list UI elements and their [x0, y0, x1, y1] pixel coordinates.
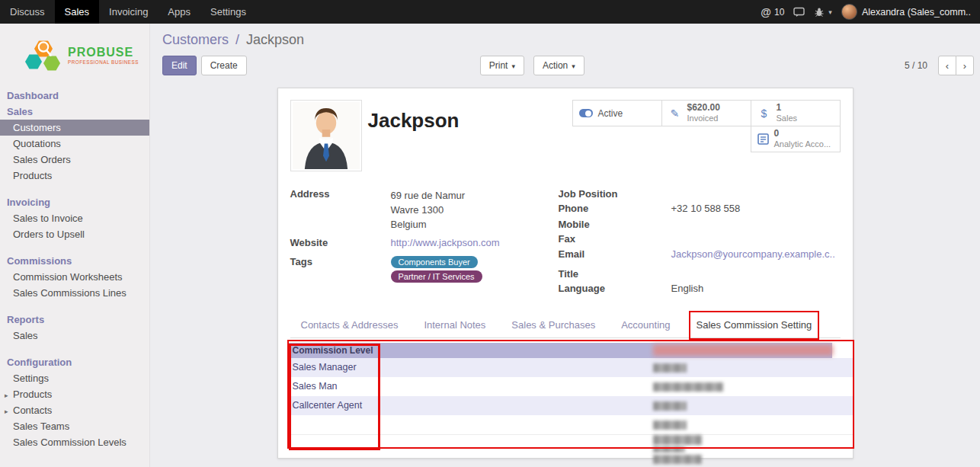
menu-settings[interactable]: Settings [200, 0, 256, 24]
analytic-accounts-icon [757, 133, 769, 145]
menu-invoicing[interactable]: Invoicing [99, 0, 158, 24]
sidebar-heading-commissions[interactable]: Commissions [0, 253, 149, 269]
pager-previous-button[interactable]: ‹ [938, 56, 956, 75]
action-label: Action [543, 60, 568, 71]
title-label: Title [559, 268, 671, 281]
website-label: Website [290, 237, 391, 250]
stat-value: Active [598, 108, 623, 119]
activity-menu[interactable]: @ 10 [761, 6, 784, 18]
breadcrumb: Customers / Jackpson [162, 32, 974, 48]
stat-label: Sales [777, 114, 798, 123]
logo-subtitle: PROFESSIONAL BUSINESS [68, 59, 139, 65]
sidebar-item-products-config[interactable]: ▸ Products [0, 386, 149, 402]
commission-table: Commission Level Sales Manager Sales Man… [289, 343, 853, 456]
table-row-empty [289, 415, 853, 434]
partner-photo [290, 100, 362, 171]
sidebar-heading-configuration[interactable]: Configuration [0, 354, 149, 370]
address-value: 69 rue de Namur Wavre 1300 Belgium [391, 188, 559, 232]
notebook-tabs: Contacts & Addresses Internal Notes Sale… [290, 315, 841, 338]
address-line: Wavre 1300 [391, 203, 559, 217]
redacted-block [653, 455, 702, 464]
expand-arrow-icon: ▸ [5, 390, 8, 401]
redacted-block [653, 446, 685, 453]
messages-icon[interactable] [793, 7, 805, 18]
pager: 5 / 10 ‹ › [905, 56, 974, 75]
sidebar-heading-reports[interactable]: Reports [0, 312, 149, 328]
create-button[interactable]: Create [201, 56, 247, 75]
tag-components-buyer: Components Buyer [391, 256, 478, 268]
website-link[interactable]: http://www.jackpson.com [391, 237, 500, 248]
debug-icon[interactable] [814, 7, 825, 18]
tab-accounting[interactable]: Accounting [620, 315, 671, 337]
sidebar-item-label: Contacts [13, 405, 52, 416]
table-footer [289, 434, 853, 456]
language-label: Language [559, 283, 671, 296]
sidebar-item-sales-orders[interactable]: Sales Orders [0, 152, 149, 168]
sidebar-item-orders-to-upsell[interactable]: Orders to Upsell [0, 226, 149, 242]
tab-sales-commission-setting[interactable]: Sales Commission Setting [695, 315, 814, 337]
redacted-block [653, 421, 687, 430]
address-line: 69 rue de Namur [391, 188, 559, 203]
tag-partner-it-services: Partner / IT Services [391, 270, 482, 283]
logo-title: PROBUSE [68, 46, 139, 59]
stat-value: 1 [777, 103, 798, 114]
sidebar-item-quotations[interactable]: Quotations [0, 136, 149, 152]
sidebar-item-sales-commission-levels[interactable]: Sales Commission Levels [0, 434, 149, 450]
pager-next-button[interactable]: › [956, 56, 974, 75]
title-value [671, 268, 841, 281]
tab-contacts-addresses[interactable]: Contacts & Addresses [299, 315, 400, 337]
breadcrumb-separator: / [235, 32, 239, 47]
stat-buttons: Active ✎ $620.00 Invoiced $ 1 Sales [571, 100, 841, 152]
print-label: Print [489, 60, 508, 71]
sidebar-item-settings[interactable]: Settings [0, 370, 149, 386]
sidebar-item-customers[interactable]: Customers [0, 120, 149, 136]
sidebar-item-sales-report[interactable]: Sales [0, 328, 149, 344]
stat-button-analytic-accounts[interactable]: 0 Analytic Acco... [751, 126, 841, 152]
print-menu-button[interactable]: Print▾ [480, 56, 524, 75]
probuse-logo[interactable]: PROBUSE PROFESSIONAL BUSINESS [0, 24, 149, 80]
sidebar-item-label: Products [13, 389, 52, 400]
sidebar-item-commission-worksheets[interactable]: Commission Worksheets [0, 269, 149, 285]
stat-button-sales[interactable]: $ 1 Sales [751, 100, 841, 126]
control-panel: Customers / Jackpson Edit Create Print▾ … [150, 24, 980, 75]
menu-discuss[interactable]: Discuss [0, 0, 55, 24]
table-row-sales-man[interactable]: Sales Man [289, 377, 853, 396]
email-label: Email [559, 248, 671, 261]
tab-sales-purchases[interactable]: Sales & Purchases [510, 315, 597, 337]
edit-button[interactable]: Edit [162, 56, 197, 75]
tags-label: Tags [290, 256, 391, 285]
sidebar-heading-invoicing[interactable]: Invoicing [0, 194, 149, 210]
header-corner [832, 343, 853, 358]
fax-label: Fax [559, 233, 671, 246]
address-line: Belgium [391, 217, 559, 232]
action-menu-button[interactable]: Action▾ [533, 56, 584, 75]
user-menu[interactable]: Alexandra (Sales_comm.. [841, 4, 971, 20]
sidebar-item-products[interactable]: Products [0, 168, 149, 184]
expand-arrow-icon: ▸ [5, 406, 8, 417]
caret-down-icon: ▾ [828, 8, 832, 16]
mobile-label: Mobile [559, 219, 671, 232]
tab-internal-notes[interactable]: Internal Notes [422, 315, 487, 337]
stat-label: Analytic Acco... [774, 139, 831, 149]
phone-label: Phone [559, 203, 671, 216]
sidebar-item-contacts-config[interactable]: ▸ Contacts [0, 402, 149, 418]
sidebar-item-sales-commissions-lines[interactable]: Sales Commissions Lines [0, 285, 149, 301]
user-avatar [841, 4, 857, 20]
sidebar-heading-dashboard[interactable]: Dashboard [0, 88, 149, 104]
partner-photo-image [293, 102, 360, 169]
breadcrumb-customers-link[interactable]: Customers [162, 32, 229, 47]
menu-apps[interactable]: Apps [158, 0, 200, 24]
stat-button-invoiced[interactable]: ✎ $620.00 Invoiced [661, 100, 751, 126]
stat-value: 0 [774, 129, 831, 139]
table-row-callcenter-agent[interactable]: Callcenter Agent [289, 396, 853, 415]
menu-sales[interactable]: Sales [55, 0, 100, 24]
sidebar-item-sales-teams[interactable]: Sales Teams [0, 418, 149, 434]
top-navbar: Discuss Sales Invoicing Apps Settings @ … [0, 0, 980, 24]
stat-button-active[interactable]: Active [572, 100, 662, 126]
sidebar-heading-sales[interactable]: Sales [0, 104, 149, 120]
caret-down-icon: ▾ [511, 62, 515, 70]
language-value: English [671, 283, 841, 296]
table-row-sales-manager[interactable]: Sales Manager [289, 358, 853, 377]
sidebar-item-sales-to-invoice[interactable]: Sales to Invoice [0, 210, 149, 226]
email-link[interactable]: Jackpson@yourcompany.example.c.. [671, 248, 835, 260]
